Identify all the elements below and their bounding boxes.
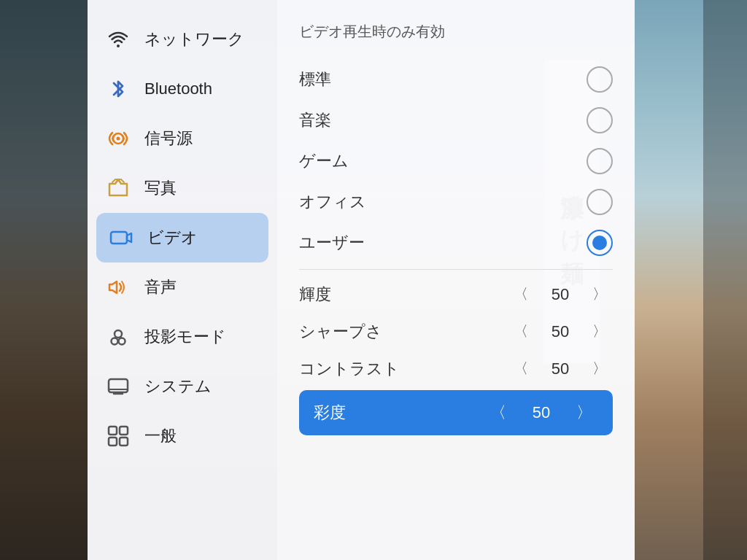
radio-circle-standard[interactable] [587,66,613,93]
photo-icon [105,175,131,201]
radio-label-office: オフィス [299,191,366,213]
brightness-value: 50 [546,285,575,304]
brightness-decrease-button[interactable]: 〈 [508,283,534,306]
sidebar-signal-label: 信号源 [144,128,193,149]
sidebar-general-label: 一般 [144,425,177,447]
radio-label-music: 音楽 [299,109,331,131]
svg-rect-16 [120,438,128,446]
system-icon [105,373,131,400]
dark-overlay-right [703,0,747,560]
sidebar-bluetooth-label: Bluetooth [144,79,212,98]
sharpness-increase-button[interactable]: 〉 [587,320,613,343]
radio-item-office[interactable]: オフィス [299,182,613,222]
divider [299,269,613,270]
saturation-increase-button[interactable]: 〉 [570,400,598,425]
slider-contrast: コントラスト 〈 50 〉 [299,350,613,387]
slider-sharpness-controls: 〈 50 〉 [508,320,613,343]
sharpness-decrease-button[interactable]: 〈 [508,320,534,343]
sidebar-photo-label: 写真 [144,177,177,199]
sidebar: ネットワーク Bluetooth [88,0,277,560]
signal-icon [105,125,131,152]
menu-panel: ネットワーク Bluetooth [88,0,635,560]
radio-item-music[interactable]: 音楽 [299,100,613,141]
slider-saturation-controls: 〈 50 〉 [484,400,598,425]
svg-rect-3 [111,232,127,244]
radio-circle-game[interactable] [587,148,613,174]
slider-saturation-active: 彩度 〈 50 〉 [299,390,613,435]
svg-point-6 [119,338,125,345]
video-icon [108,225,134,251]
audio-icon [105,274,131,300]
dark-overlay-left [0,0,88,560]
slider-sharpness: シャープさ 〈 50 〉 [299,313,613,350]
sidebar-system-label: システム [144,376,212,397]
sharpness-value: 50 [546,322,575,341]
sidebar-item-photo[interactable]: 写真 [88,163,277,213]
radio-label-user: ユーザー [299,232,365,254]
slider-saturation-label: 彩度 [314,402,401,424]
svg-rect-13 [109,427,117,435]
slider-brightness-controls: 〈 50 〉 [508,283,613,306]
sidebar-item-audio[interactable]: 音声 [88,262,277,312]
sidebar-item-general[interactable]: 一般 [88,411,277,461]
radio-circle-office[interactable] [587,189,613,215]
radio-item-standard[interactable]: 標準 [299,59,613,100]
sidebar-projection-label: 投影モード [144,326,226,348]
sidebar-network-label: ネットワーク [144,28,244,50]
general-icon [105,423,131,449]
content-panel: ビデオ再生時のみ有効 標準 音楽 ゲーム オフィス ユーザー 輝度 〈 [277,0,635,560]
svg-point-5 [112,338,118,345]
radio-label-standard: 標準 [299,69,331,90]
contrast-increase-button[interactable]: 〉 [587,357,613,380]
contrast-decrease-button[interactable]: 〈 [508,357,534,380]
slider-brightness: 輝度 〈 50 〉 [299,276,613,313]
saturation-value: 50 [527,403,556,422]
slider-contrast-label: コントラスト [299,358,400,380]
sidebar-item-signal[interactable]: 信号源 [88,114,277,163]
sidebar-audio-label: 音声 [144,276,177,298]
projection-icon [105,324,131,350]
svg-point-2 [117,137,120,141]
radio-item-game[interactable]: ゲーム [299,141,613,182]
svg-point-0 [117,44,120,47]
slider-contrast-controls: 〈 50 〉 [508,357,613,380]
content-header: ビデオ再生時のみ有効 [299,22,613,42]
radio-circle-user[interactable] [587,230,613,256]
slider-sharpness-label: シャープさ [299,321,387,343]
saturation-decrease-button[interactable]: 〈 [484,400,512,425]
radio-circle-music[interactable] [587,107,613,133]
sidebar-item-video[interactable]: ビデオ [96,213,268,262]
svg-rect-9 [109,379,128,392]
radio-item-user[interactable]: ユーザー [299,222,613,263]
sidebar-item-bluetooth[interactable]: Bluetooth [88,64,277,114]
bluetooth-icon [105,76,131,102]
svg-rect-15 [109,438,117,446]
brightness-increase-button[interactable]: 〉 [587,283,613,306]
sidebar-item-system[interactable]: システム [88,362,277,411]
svg-rect-14 [120,427,128,435]
sidebar-video-label: ビデオ [147,227,198,249]
radio-label-game: ゲーム [299,150,349,172]
wifi-icon [105,26,131,52]
slider-brightness-label: 輝度 [299,284,387,306]
sidebar-item-projection[interactable]: 投影モード [88,312,277,362]
contrast-value: 50 [546,359,575,378]
sidebar-item-network[interactable]: ネットワーク [88,15,277,64]
